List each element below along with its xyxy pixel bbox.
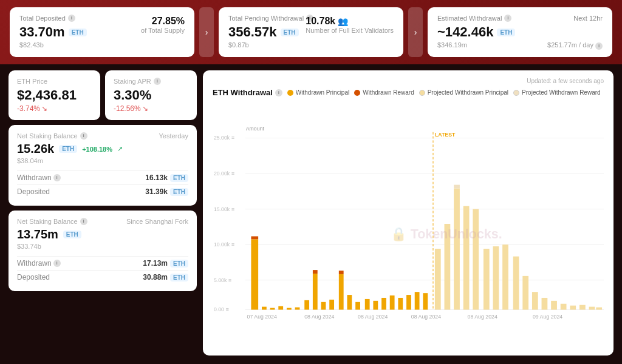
total-pending-secondary: 10.78k 👥 Number of Full Exit Validators xyxy=(306,16,394,34)
arrow-btn-2[interactable]: › xyxy=(408,7,423,57)
eth-badge-2: ETH xyxy=(281,29,299,36)
bar-1-reward xyxy=(251,236,258,239)
bar-4 xyxy=(278,306,283,310)
eth-badge-d1: ETH xyxy=(170,188,188,196)
legend-proj-reward: Projected Withdrawn Reward xyxy=(513,89,601,96)
proj-bar-3r xyxy=(454,185,460,189)
bar-16 xyxy=(381,298,386,310)
info-icon-apr: i xyxy=(154,78,161,85)
balance-main-1: 15.26k ETH +108.18% ↗ xyxy=(17,142,188,156)
total-pending-usd: $0.87b xyxy=(228,41,394,49)
svg-text:5.00k ≡: 5.00k ≡ xyxy=(214,277,231,283)
proj-bar-3 xyxy=(454,188,460,309)
withdrawn-value-2: 17.13m ETH xyxy=(143,259,188,268)
proj-bar-1 xyxy=(435,249,441,310)
deposited-row-2: Deposited 30.88m ETH xyxy=(17,270,188,284)
estimated-withdrawal-day: $251.77m / day i xyxy=(547,41,603,50)
chart-header: ETH Withdrawal i Withdrawn Principal Wit… xyxy=(213,88,604,97)
estimated-withdrawal-usd: $346.19m xyxy=(437,41,467,50)
legend-withdrawn-reward: Withdrawn Reward xyxy=(354,89,414,96)
bar-10 xyxy=(329,300,334,310)
balance-card-1: Net Staking Balance i Yesterday 15.26k E… xyxy=(9,125,197,206)
svg-text:08 Aug 2024: 08 Aug 2024 xyxy=(411,314,441,320)
total-pending-withdrawal-card: Total Pending Withdrawal i 356.57k ETH $… xyxy=(219,7,403,57)
balance-main-2: 13.75m ETH xyxy=(17,228,188,241)
chart-title: ETH Withdrawal i xyxy=(213,88,282,97)
svg-text:07 Aug 2024: 07 Aug 2024 xyxy=(247,314,277,320)
info-icon-chart: i xyxy=(275,89,282,96)
svg-text:08 Aug 2024: 08 Aug 2024 xyxy=(304,314,334,320)
staking-apr-change: -12.56% ↘ xyxy=(114,104,188,113)
eth-price-card: ETH Price $2,436.81 -3.74% ↘ xyxy=(9,70,100,120)
info-icon-b1: i xyxy=(80,132,87,140)
bar-20 xyxy=(415,292,420,309)
bar-1-principal xyxy=(251,239,258,309)
info-icon: i xyxy=(68,15,75,22)
balance-value-2: 13.75m xyxy=(17,228,58,241)
svg-text:Amount: Amount xyxy=(246,126,265,132)
svg-text:25.00k ≡: 25.00k ≡ xyxy=(214,135,234,141)
small-cards-row: ETH Price $2,436.81 -3.74% ↘ Staking APR… xyxy=(9,70,197,120)
proj-bar-10 xyxy=(522,276,528,310)
proj-bar-13 xyxy=(551,301,557,310)
svg-text:0.00 ≡: 0.00 ≡ xyxy=(214,306,229,312)
staking-apr-value: 3.30% xyxy=(114,87,188,103)
balance-card-2: Net Staking Balance i Since Shanghai For… xyxy=(9,211,197,291)
svg-text:08 Aug 2024: 08 Aug 2024 xyxy=(468,314,497,320)
info-icon-w2: i xyxy=(53,260,61,267)
proj-bar-12 xyxy=(542,298,548,310)
bar-17 xyxy=(390,295,395,309)
svg-text:🔒 TokenUnlocks.: 🔒 TokenUnlocks. xyxy=(391,226,502,242)
eth-badge-3: ETH xyxy=(497,29,515,36)
eth-badge-b1: ETH xyxy=(59,145,77,153)
legend-dot-pr xyxy=(513,90,519,96)
balance-header-1: Net Staking Balance i Yesterday xyxy=(17,132,188,140)
bar-21 xyxy=(423,293,428,309)
deposited-value-1: 31.39k ETH xyxy=(145,187,188,196)
proj-bar-14 xyxy=(561,304,567,310)
withdrawn-row-2: Withdrawn i 17.13m ETH xyxy=(17,256,188,270)
bar-9 xyxy=(321,302,326,310)
info-icon-3: i xyxy=(504,15,511,22)
legend-proj-principal: Projected Withdrawn Principal xyxy=(419,89,508,96)
svg-text:20.00k ≡: 20.00k ≡ xyxy=(214,170,234,177)
bar-2 xyxy=(262,307,267,310)
eth-price-label: ETH Price xyxy=(17,78,92,85)
deposited-row-1: Deposited 31.39k ETH xyxy=(17,184,188,198)
legend-dot-pp xyxy=(419,90,425,96)
eth-price-change: -3.74% ↘ xyxy=(17,104,92,113)
proj-bar-7 xyxy=(493,246,499,309)
arrow-btn-1[interactable]: › xyxy=(199,7,214,57)
eth-badge-w1: ETH xyxy=(170,174,188,182)
bar-11r xyxy=(339,271,344,274)
svg-text:08 Aug 2024: 08 Aug 2024 xyxy=(358,314,388,320)
legend-dot-wr xyxy=(354,90,360,96)
svg-text:15.00k ≡: 15.00k ≡ xyxy=(214,206,234,212)
balance-title-1: Net Staking Balance i xyxy=(17,132,87,140)
eth-badge-b2: ETH xyxy=(63,231,81,238)
bar-3 xyxy=(270,308,275,310)
balance-header-2: Net Staking Balance i Since Shanghai For… xyxy=(17,218,188,225)
proj-bar-5 xyxy=(473,209,479,310)
balance-change-1: +108.18% xyxy=(82,146,112,153)
legend-withdrawn-principal: Withdrawn Principal xyxy=(287,89,349,96)
deposited-label-2: Deposited xyxy=(17,273,50,281)
withdrawal-chart: 25.00k ≡ 20.00k ≡ 15.00k ≡ 10.00k ≡ 5.00… xyxy=(213,99,604,348)
balance-subtitle-1: Yesterday xyxy=(159,132,188,140)
bar-5 xyxy=(287,308,292,310)
top-bar: Total Deposited i 33.70m ETH $82.43b 27.… xyxy=(0,0,622,64)
bar-15 xyxy=(373,301,378,310)
chart-area: 25.00k ≡ 20.00k ≡ 15.00k ≡ 10.00k ≡ 5.00… xyxy=(213,99,604,348)
balance-value-1: 15.26k xyxy=(17,142,54,156)
bar-6 xyxy=(295,308,300,310)
proj-bar-16 xyxy=(579,305,586,310)
bar-11 xyxy=(339,274,344,310)
proj-bar-17 xyxy=(589,307,595,310)
deposited-value-2: 30.88m ETH xyxy=(143,273,188,281)
bar-8r xyxy=(313,270,318,274)
legend-dot-wp xyxy=(287,90,293,96)
balance-subtitle-2: Since Shanghai Fork xyxy=(126,218,188,225)
estimated-withdrawal-label: Estimated Withdrawal i Next 12hr xyxy=(437,15,603,22)
proj-bar-9 xyxy=(513,257,519,310)
bar-19 xyxy=(406,295,411,309)
